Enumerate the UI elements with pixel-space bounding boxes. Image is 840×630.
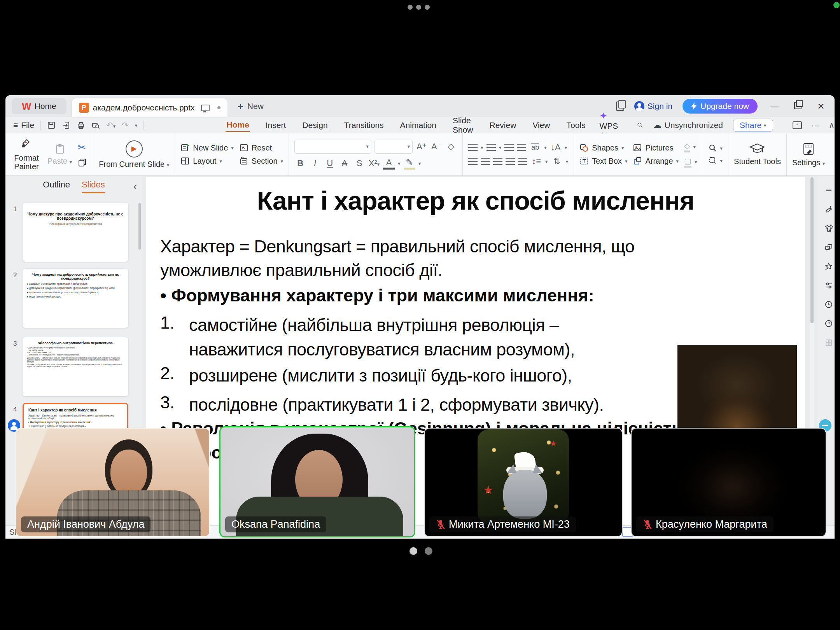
skin-theme-icon[interactable]	[824, 224, 833, 233]
shadow-button[interactable]: S	[354, 158, 365, 168]
paste-button[interactable]: Paste ▾	[47, 144, 72, 165]
windows-stack-icon[interactable]	[616, 102, 624, 111]
share-button[interactable]: Share▾	[733, 119, 773, 132]
tab-design[interactable]: Design	[301, 119, 328, 131]
tab-document[interactable]: P академ.доброчесність.pptx	[72, 98, 228, 117]
tab-review[interactable]: Review	[489, 119, 517, 131]
search-icon[interactable]	[637, 121, 643, 130]
undo-icon[interactable]: ↶▾	[106, 121, 116, 130]
cut-button[interactable]: ✂	[77, 142, 88, 154]
font-name-select[interactable]: ▾	[294, 140, 371, 154]
tab-tools[interactable]: Tools	[566, 119, 586, 131]
align-left-button[interactable]	[468, 158, 478, 165]
video-tile-abdula[interactable]: Андрій Іванович Абдула	[16, 428, 210, 537]
underline-button[interactable]: U	[324, 158, 336, 168]
export-icon[interactable]	[62, 121, 70, 130]
student-tools-button[interactable]: Student Tools	[734, 143, 781, 166]
shapes-button[interactable]: Shapes▾	[579, 143, 627, 152]
more-icon[interactable]: ···	[811, 121, 819, 130]
notes-icon[interactable]: +	[793, 121, 802, 129]
print-icon[interactable]	[77, 121, 85, 130]
ai-tools-icon[interactable]	[824, 205, 833, 214]
font-size-select[interactable]: ▾	[374, 140, 413, 154]
section-button[interactable]: Section▾	[239, 156, 283, 166]
tab-home[interactable]: W Home	[12, 98, 66, 114]
align-center-button[interactable]	[481, 158, 490, 165]
adjust-sliders-icon[interactable]	[824, 281, 833, 290]
apps-grid-icon[interactable]	[824, 338, 833, 347]
tab-transitions[interactable]: Transitions	[343, 119, 385, 131]
save-icon[interactable]	[47, 121, 56, 130]
superscript-button[interactable]: X²▾	[368, 158, 380, 168]
collapse-ribbon-icon[interactable]: ∧	[829, 121, 835, 130]
increase-font-button[interactable]: A⁺	[416, 142, 427, 152]
chevron-down-icon[interactable]: ▾	[135, 122, 138, 128]
minimize-button[interactable]: —	[768, 101, 781, 112]
from-current-slide-button[interactable]: ▶ From Current Slide ▾	[99, 140, 169, 168]
convert-shapes-icon[interactable]	[824, 243, 833, 252]
video-tile-panafidina-active[interactable]: Oksana Panafidina	[219, 426, 415, 537]
thumb-number: 3	[13, 340, 17, 348]
decrease-font-button[interactable]: A⁻	[430, 142, 442, 152]
unsaved-dot-icon	[217, 106, 220, 109]
slide-thumbnail-1[interactable]: Чому дискурс про академічну доброчесніст…	[23, 203, 128, 262]
align-right-button[interactable]	[493, 158, 502, 165]
print-preview-icon[interactable]	[91, 121, 100, 130]
increase-indent-button[interactable]	[517, 144, 526, 151]
gallery-page-dot-active[interactable]	[410, 547, 417, 555]
strikethrough-button[interactable]: A	[339, 158, 350, 168]
panel-scrollbar[interactable]	[138, 203, 141, 250]
fill-button[interactable]: ◇	[684, 141, 690, 152]
outline-button[interactable]: ▢	[684, 156, 691, 168]
redo-icon[interactable]: ↷	[122, 121, 129, 130]
select-button[interactable]: ▾	[709, 156, 723, 165]
tab-outline[interactable]: Outline	[43, 180, 70, 193]
help-icon[interactable]: ?	[824, 319, 833, 328]
decrease-indent-button[interactable]	[504, 144, 514, 151]
text-box-button[interactable]: Text Box▾	[579, 156, 627, 166]
distribute-button[interactable]	[518, 158, 527, 165]
slide-thumbnail-3[interactable]: Філософсько-антропологічна перспектива •…	[23, 337, 128, 396]
tab-animation[interactable]: Animation	[399, 119, 437, 131]
character-spacing-button[interactable]: ab	[529, 144, 541, 152]
effects-star-icon[interactable]	[824, 262, 833, 271]
numbered-list-button[interactable]	[486, 144, 496, 151]
copy-icon[interactable]	[77, 158, 88, 168]
restore-button[interactable]	[791, 101, 804, 112]
sync-status[interactable]: ☁Unsynchronized	[653, 121, 723, 130]
slide-thumbnail-2[interactable]: Чому академічна доброчесність сприймаєть…	[23, 269, 128, 328]
bullet-list-button[interactable]	[468, 144, 478, 151]
pictures-button[interactable]: Pictures	[633, 143, 679, 152]
find-button[interactable]: ▾	[709, 144, 723, 152]
align-text-button[interactable]: ⇅	[551, 156, 563, 166]
tab-home-ribbon[interactable]: Home	[226, 119, 250, 132]
new-slide-button[interactable]: New Slide▾	[180, 143, 234, 152]
sign-in-button[interactable]: Sign in	[634, 101, 672, 111]
history-icon[interactable]	[824, 300, 833, 309]
video-tile-krasulenko[interactable]: Красуленко Маргарита	[631, 428, 826, 537]
new-tab-button[interactable]: + New	[238, 100, 264, 112]
line-spacing-button[interactable]: ↕≡	[530, 156, 542, 166]
file-menu[interactable]: ≡ File	[13, 121, 41, 130]
tab-insert[interactable]: Insert	[265, 119, 287, 131]
video-tile-artemenko[interactable]: ★ ★ Микита Артеменко МІ-23	[424, 428, 623, 537]
tab-view[interactable]: View	[532, 119, 551, 131]
tab-slides[interactable]: Slides	[82, 180, 105, 193]
gallery-page-dot[interactable]	[425, 547, 432, 555]
settings-button[interactable]: Settings ▾	[792, 142, 825, 167]
reset-button[interactable]: Reset	[239, 143, 283, 152]
collapse-strip-icon[interactable]	[824, 186, 833, 194]
collapse-panel-icon[interactable]: ‹	[133, 180, 137, 192]
highlight-button[interactable]: ✎	[404, 158, 415, 170]
justify-button[interactable]	[506, 158, 515, 165]
text-direction-button[interactable]: ↓A	[550, 142, 562, 152]
bold-button[interactable]: B	[294, 158, 306, 168]
italic-button[interactable]: I	[309, 158, 321, 168]
format-painter-button[interactable]: Format Painter	[11, 138, 42, 171]
clear-format-button[interactable]: ◇	[445, 142, 457, 152]
tab-slide-show[interactable]: Slide Show	[452, 114, 474, 136]
slide-scrollbar-thumb[interactable]	[810, 177, 814, 323]
arrange-button[interactable]: Arrange▾	[633, 156, 679, 166]
font-color-button[interactable]: A	[383, 158, 395, 170]
layout-button[interactable]: Layout▾	[180, 156, 234, 166]
